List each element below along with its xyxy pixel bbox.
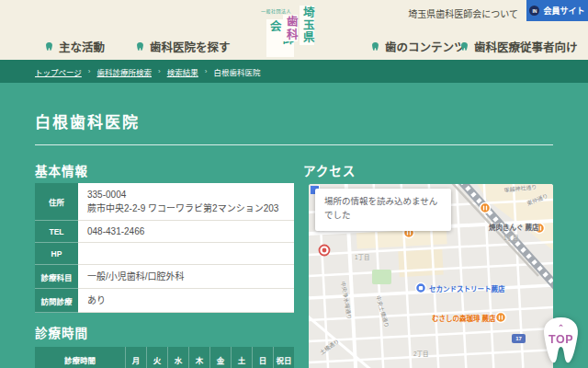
postal-code: 335-0004 <box>87 188 285 201</box>
tooth-icon <box>135 41 145 52</box>
breadcrumb-separator: › <box>158 67 161 75</box>
page: 埼玉県歯科医師会について IN 会員サイト 一般社団法人 医師会 歯科 埼玉県 … <box>0 0 588 368</box>
nav-item-professionals[interactable]: 歯科医療従事者向け <box>459 38 578 55</box>
breadcrumb-search[interactable]: 歯科診療所検索 <box>97 66 153 77</box>
access-heading: アクセス <box>303 161 356 179</box>
nav-item-tooth-contents[interactable]: 歯のコンテンツ <box>370 38 466 55</box>
map-district-label: 1丁目 <box>503 233 519 242</box>
hours-heading: 診療時間 <box>35 323 88 341</box>
breadcrumb-results[interactable]: 検索結果 <box>167 66 198 77</box>
map-poi-musashino[interactable]: むさしの森珈琲 蕨店 <box>432 313 496 323</box>
map-district-label: 1丁目 <box>355 252 370 261</box>
departments-value: 一般/小児歯科/口腔外科 <box>87 270 285 283</box>
map-poi-yakiniku[interactable]: 焼肉きんぐ 蕨店 <box>489 222 539 232</box>
hours-col-sun: 日 <box>253 347 274 368</box>
nav-item-activities[interactable]: 主な活動 <box>44 38 105 55</box>
hours-col-wed: 水 <box>168 347 189 368</box>
google-map[interactable]: 塚越神社通り 東仲通り 焼肉きんぐ 蕨店 1丁目 1丁目 セカンドストリート蕨店… <box>309 184 553 368</box>
row-value: 一般/小児歯科/口腔外科 <box>78 265 294 289</box>
logo-text-shika: 歯科 <box>283 15 298 41</box>
row-label: 訪問診療 <box>35 289 78 313</box>
back-to-top-button[interactable]: ⌃ TOP <box>536 313 586 366</box>
nav-label: 歯科医院を探す <box>150 38 231 55</box>
chevron-up-icon: ⌃ <box>536 324 586 332</box>
row-value: あり <box>78 289 294 313</box>
basic-info-heading: 基本情報 <box>35 161 88 179</box>
hours-col-thu: 木 <box>189 347 210 368</box>
hours-col-mon: 月 <box>126 347 147 368</box>
breadcrumb-current: 白根歯科医院 <box>213 66 260 77</box>
nav-label: 歯のコンテンツ <box>385 38 466 55</box>
map-error-popup: 場所の情報を読み込めませんでした <box>315 189 451 231</box>
breadcrumb-separator: › <box>205 67 208 75</box>
phone-number: 048-431-2466 <box>87 224 285 238</box>
red-poi-icon[interactable] <box>320 246 330 256</box>
nav-item-find-clinic[interactable]: 歯科医院を探す <box>135 38 231 55</box>
site-logo[interactable]: 一般社団法人 医師会 歯科 埼玉県 <box>261 6 318 57</box>
visiting-care-value: あり <box>87 293 285 307</box>
table-row-address: 住所 335-0004 蕨市中央2-2-9 ワコーワラビ第2マンション203 <box>35 183 294 221</box>
about-association-link[interactable]: 埼玉県歯科医師会について <box>408 6 518 20</box>
basic-info-table: 住所 335-0004 蕨市中央2-2-9 ワコーワラビ第2マンション203 T… <box>35 183 294 313</box>
map-error-text: 場所の情報を読み込めませんでした <box>324 196 437 220</box>
tooth-icon <box>44 41 54 52</box>
restaurant-poi-icon[interactable] <box>481 203 491 213</box>
logo-text-saitamaken: 埼玉県 <box>300 6 314 45</box>
street-address: 蕨市中央2-2-9 ワコーワラビ第2マンション203 <box>87 201 285 215</box>
page-title: 白根歯科医院 <box>35 109 140 132</box>
map-park <box>372 270 391 284</box>
table-row-visiting-care: 訪問診療 あり <box>35 289 294 313</box>
tooth-icon <box>459 41 469 52</box>
breadcrumb: トップページ › 歯科診療所検索 › 検索結果 › 白根歯科医院 <box>0 60 588 83</box>
site-header: 埼玉県歯科医師会について IN 会員サイト 一般社団法人 医師会 歯科 埼玉県 … <box>0 0 588 60</box>
hours-table-header: 診療時間 月 火 水 木 金 土 日 祝日 <box>35 347 294 368</box>
row-label: TEL <box>35 221 78 243</box>
store-poi-icon[interactable] <box>416 283 426 293</box>
row-label: 診療科目 <box>35 265 78 289</box>
hours-col-sat: 土 <box>232 347 253 368</box>
member-site-label: 会員サイト <box>543 5 584 17</box>
hours-col-label: 診療時間 <box>35 347 126 368</box>
nav-label: 歯科医療従事者向け <box>474 38 578 55</box>
hours-col-fri: 金 <box>210 347 232 368</box>
hours-col-tue: 火 <box>147 347 168 368</box>
logo-corporation-text: 一般社団法人 <box>261 7 291 14</box>
map-district-label: 2丁目 <box>413 349 429 358</box>
table-row-departments: 診療科目 一般/小児歯科/口腔外科 <box>35 265 294 289</box>
table-row-hp: HP <box>35 243 294 265</box>
table-row-tel: TEL 048-431-2466 <box>35 221 294 243</box>
route-shield: 17 <box>512 334 526 343</box>
row-value: 048-431-2466 <box>78 221 294 243</box>
nav-label: 主な活動 <box>59 38 105 55</box>
row-value <box>78 243 294 265</box>
member-site-button[interactable]: IN 会員サイト <box>526 0 588 21</box>
breadcrumb-home[interactable]: トップページ <box>35 66 82 77</box>
row-label: 住所 <box>35 183 78 221</box>
member-login-icon: IN <box>529 6 539 16</box>
breadcrumb-separator: › <box>88 67 91 75</box>
tooth-icon <box>370 41 380 52</box>
row-label: HP <box>35 243 78 265</box>
hours-col-holiday: 祝日 <box>274 347 294 368</box>
row-value: 335-0004 蕨市中央2-2-9 ワコーワラビ第2マンション203 <box>78 183 294 221</box>
top-button-label: TOP <box>536 333 586 346</box>
restaurant-poi-icon[interactable] <box>496 313 506 323</box>
map-poi-secondstreet[interactable]: セカンドストリート蕨店 <box>429 283 505 293</box>
title-divider <box>35 144 553 145</box>
